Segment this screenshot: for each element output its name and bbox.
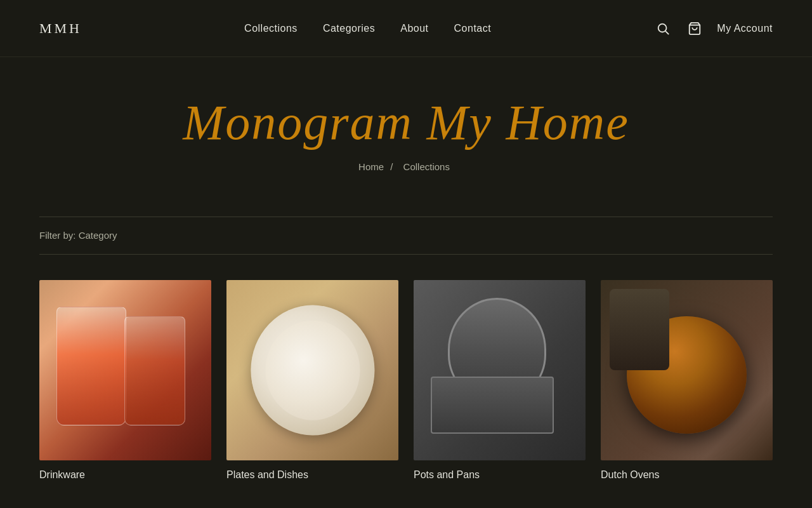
product-name-pots: Pots and Pans: [414, 469, 586, 481]
dutch-image: [601, 280, 773, 461]
product-image-drinkware: [39, 280, 211, 461]
svg-point-0: [658, 23, 667, 32]
product-name-dutch: Dutch Ovens: [601, 469, 773, 481]
nav-about[interactable]: About: [400, 23, 428, 34]
breadcrumb-home[interactable]: Home: [358, 161, 384, 172]
my-account-link[interactable]: My Account: [717, 23, 773, 34]
drinkware-image: [39, 280, 211, 461]
search-icon: [656, 22, 670, 36]
cart-icon: [688, 22, 702, 36]
product-card-plates[interactable]: Plates and Dishes: [226, 280, 398, 481]
page-title: Monogram My Home: [0, 95, 812, 150]
nav-contact[interactable]: Contact: [454, 23, 492, 34]
product-name-drinkware: Drinkware: [39, 469, 211, 481]
filter-label[interactable]: Filter by: Category: [39, 230, 117, 241]
nav-collections[interactable]: Collections: [244, 23, 298, 34]
cart-button[interactable]: [685, 19, 704, 38]
breadcrumb: Home / Collections: [0, 161, 812, 172]
main-nav: Collections Categories About Contact: [244, 23, 491, 34]
product-image-pots: [414, 280, 586, 461]
nav-categories[interactable]: Categories: [323, 23, 375, 34]
logo[interactable]: MMH: [39, 20, 82, 37]
product-grid: Drinkware Plates and Dishes Pots and Pan…: [39, 280, 773, 481]
pots-image: [414, 280, 586, 461]
search-button[interactable]: [653, 19, 672, 38]
filter-bar: Filter by: Category: [39, 217, 773, 255]
product-card-dutch[interactable]: Dutch Ovens: [601, 280, 773, 481]
product-image-dutch: [601, 280, 773, 461]
product-image-plates: [226, 280, 398, 461]
plates-image: [226, 280, 398, 461]
product-card-pots[interactable]: Pots and Pans: [414, 280, 586, 481]
site-header: MMH Collections Categories About Contact…: [0, 0, 812, 57]
product-name-plates: Plates and Dishes: [226, 469, 398, 481]
header-actions: My Account: [653, 19, 773, 38]
breadcrumb-separator: /: [390, 161, 393, 172]
breadcrumb-current: Collections: [403, 161, 450, 172]
svg-line-1: [665, 31, 669, 34]
hero-section: Monogram My Home Home / Collections: [0, 57, 812, 197]
product-card-drinkware[interactable]: Drinkware: [39, 280, 211, 481]
